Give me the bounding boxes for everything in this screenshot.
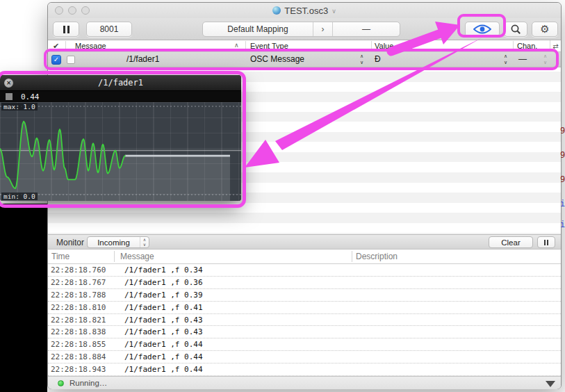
column-time[interactable]: Time <box>51 252 69 261</box>
log-time: 22:28:18.855 <box>51 340 120 349</box>
row-value: Đ <box>375 54 381 64</box>
scope-max-label: max: 1.0 <box>1 103 38 111</box>
column-checkbox[interactable]: ✔ <box>53 42 59 51</box>
sort-ascending-icon: ∧ <box>234 42 239 49</box>
scope-value-bar: 0.44 <box>0 91 241 102</box>
log-time: 22:28:18.760 <box>51 266 120 275</box>
column-chan[interactable]: Chan. <box>517 42 537 50</box>
row-chan: — <box>518 54 527 64</box>
gear-icon: ⚙ <box>540 23 549 35</box>
scope-legend-square <box>6 93 13 100</box>
column-log-message[interactable]: Message <box>120 252 154 261</box>
document-proxy-icon <box>272 6 281 15</box>
log-message: /1/fader1 ,f 0.41 <box>124 303 203 312</box>
monitor-pause-button[interactable] <box>537 236 555 248</box>
log-time: 22:28:18.788 <box>51 291 120 300</box>
chevron-right-icon: › <box>322 24 325 34</box>
log-message: /1/fader1 ,f 0.43 <box>124 316 203 325</box>
eye-icon <box>473 24 491 34</box>
mapping-name-button[interactable]: Default Mapping <box>203 22 313 36</box>
row-enabled-checkbox[interactable]: ✓ <box>51 55 61 65</box>
edge-text-fragment: 9 <box>560 174 565 184</box>
column-value[interactable]: Value <box>375 42 393 50</box>
pause-icon <box>544 240 546 245</box>
search-button[interactable] <box>504 22 527 37</box>
window-title: TEST.osc3 <box>284 6 328 16</box>
log-message: /1/fader1 ,f 0.44 <box>124 340 203 349</box>
popup-arrows-icon: ∧∨ <box>140 237 149 247</box>
column-description[interactable]: Description <box>356 252 398 261</box>
quick-look-button[interactable] <box>465 22 500 37</box>
title-chevron-icon[interactable]: ∨ <box>331 8 336 15</box>
scope-title: /1/fader1 <box>98 78 143 88</box>
disclosure-triangle-icon[interactable] <box>546 381 555 387</box>
pause-icon <box>63 26 69 33</box>
port-button[interactable]: 8001 <box>86 22 132 37</box>
log-row[interactable]: 22:28:18.821/1/fader1 ,f 0.43 <box>48 314 561 327</box>
value-stepper[interactable]: ∧ ∨ <box>504 53 507 65</box>
close-icon[interactable]: ✕ <box>4 79 13 88</box>
log-row[interactable]: 22:28:18.943/1/fader1 ,f 0.44 <box>48 364 561 376</box>
column-message[interactable]: Message <box>75 42 106 50</box>
table-header: ✔ Message ∧ Event Type Value Chan. ⇄ <box>48 40 561 52</box>
waveform-plot <box>0 102 241 201</box>
log-row[interactable]: 22:28:18.838/1/fader1 ,f 0.43 <box>48 326 561 338</box>
monitor-filter-popup[interactable]: Incoming ∧∨ <box>87 236 149 248</box>
clear-button[interactable]: Clear <box>489 236 533 248</box>
settings-button[interactable]: ⚙ <box>532 22 558 37</box>
scope-window: ✕ /1/fader1 0.44 max: 1.0 min: 0.0 <box>0 75 241 201</box>
edge-text-fragment: i <box>560 220 565 229</box>
scope-graph: max: 1.0 min: 0.0 <box>0 102 241 201</box>
mapping-control: Default Mapping › — <box>202 22 400 37</box>
log-time: 22:28:18.821 <box>51 316 120 325</box>
scope-current-value: 0.44 <box>21 92 40 101</box>
log-message: /1/fader1 ,f 0.43 <box>124 327 203 336</box>
chan-stepper[interactable]: ∧ ∨ <box>543 53 547 65</box>
log-row[interactable]: 22:28:18.855/1/fader1 ,f 0.44 <box>48 338 561 351</box>
monitor-log[interactable]: 22:28:18.760/1/fader1 ,f 0.3422:28:18.76… <box>48 264 561 376</box>
row-message: /1/fader1 <box>126 54 159 64</box>
screen: TEST.osc3 ∨ 8001 Default Mapping › — <box>0 0 565 392</box>
edge-text-fragment: 9 <box>560 126 565 136</box>
log-message: /1/fader1 ,f 0.44 <box>124 352 203 361</box>
log-message: /1/fader1 ,f 0.44 <box>124 365 203 374</box>
log-time: 22:28:18.884 <box>51 352 120 361</box>
row-event-type: OSC Message <box>250 54 304 64</box>
event-type-stepper[interactable]: ∧ ∨ <box>360 53 363 65</box>
log-time: 22:28:18.943 <box>51 365 120 374</box>
log-time: 22:28:18.838 <box>51 327 120 336</box>
column-event-type[interactable]: Event Type <box>250 42 288 50</box>
running-status-dot <box>58 380 64 386</box>
log-row[interactable]: 22:28:18.788/1/fader1 ,f 0.39 <box>48 289 561 302</box>
log-message: /1/fader1 ,f 0.36 <box>124 278 203 287</box>
log-message: /1/fader1 ,f 0.34 <box>124 266 203 275</box>
monitor-label: Monitor <box>56 238 84 247</box>
monitor-table-header: Time Message Description <box>48 250 561 264</box>
toolbar: 8001 Default Mapping › — <box>48 18 561 40</box>
reorder-icon: ⇄ <box>552 42 558 50</box>
search-icon <box>510 24 521 35</box>
log-time: 22:28:18.810 <box>51 303 120 312</box>
monitor-bar: Monitor Incoming ∧∨ Clear <box>48 234 561 250</box>
scope-titlebar[interactable]: ✕ /1/fader1 <box>0 75 241 91</box>
edge-text-fragment: 9 <box>560 150 565 160</box>
mapping-next-button[interactable]: › <box>313 22 332 36</box>
background-window-fragment <box>0 204 47 392</box>
scope-min-label: min: 0.0 <box>1 193 38 200</box>
mapping-row[interactable]: ✓ /1/fader1 OSC Message ∧ ∨ Đ ∧ ∨ — ∧ ∨ <box>48 52 561 67</box>
log-message: /1/fader1 ,f 0.39 <box>124 291 203 300</box>
status-bar: Running… <box>48 376 561 389</box>
mapping-value-button[interactable]: — <box>332 22 400 36</box>
log-row[interactable]: 22:28:18.810/1/fader1 ,f 0.41 <box>48 302 561 314</box>
log-row[interactable]: 22:28:18.760/1/fader1 ,f 0.34 <box>48 264 561 277</box>
titlebar[interactable]: TEST.osc3 ∨ <box>48 3 561 18</box>
reorder-columns-button[interactable]: ⇄ <box>550 40 561 51</box>
log-time: 22:28:18.767 <box>51 278 120 287</box>
log-row[interactable]: 22:28:18.767/1/fader1 ,f 0.36 <box>48 277 561 289</box>
status-text: Running… <box>69 379 107 387</box>
edge-text-fragment: i <box>560 199 565 209</box>
pause-button[interactable] <box>53 22 79 37</box>
log-row[interactable]: 22:28:18.884/1/fader1 ,f 0.44 <box>48 351 561 364</box>
row-secondary-checkbox[interactable] <box>67 56 75 64</box>
